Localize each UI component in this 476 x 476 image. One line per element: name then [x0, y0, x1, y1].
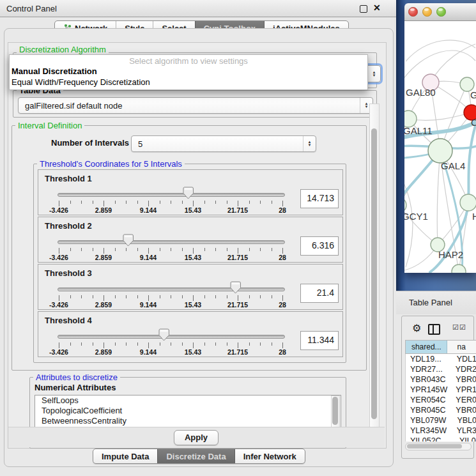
algorithm-option-manual-discretization[interactable]: Manual Discretization	[10, 66, 367, 77]
slider-tick	[282, 342, 283, 348]
pane-scrollbar-thumb[interactable]	[371, 128, 377, 419]
float-window-icon[interactable]	[360, 5, 367, 13]
table-hscrollbar-thumb[interactable]	[407, 444, 462, 449]
slider-tick-label: 9.144	[140, 254, 157, 261]
slider-tick	[215, 295, 216, 298]
threshold-slider-handle[interactable]	[158, 328, 169, 341]
table-row[interactable]: YIL052CYIL0	[406, 436, 476, 441]
close-icon[interactable]: ✕	[373, 3, 381, 13]
table-row[interactable]: YER054CYER0	[406, 395, 476, 405]
slider-tick	[160, 342, 160, 346]
threshold-slider-handle[interactable]	[183, 187, 194, 199]
apply-button[interactable]: Apply	[174, 430, 219, 445]
attributes-list-scrollbar[interactable]	[331, 395, 340, 427]
slider-tick	[171, 342, 171, 346]
slider-tick	[137, 342, 138, 346]
slider-tick	[227, 295, 227, 298]
slider-tick-label: 21.715	[227, 348, 248, 356]
slider-tick-label: 2.859	[95, 301, 112, 309]
zoom-traffic-light-icon[interactable]	[436, 7, 446, 17]
node-table: shared... na YDL19...YDL1YDR27...YDR2YBR…	[405, 340, 476, 441]
slider-tick-label: 9.144	[140, 301, 157, 309]
table-row[interactable]: YBR045CYBR0	[406, 405, 476, 415]
interval-definition-title: Interval Definition	[15, 121, 84, 130]
tab-label: Infer Network	[243, 452, 296, 461]
threshold-value-field[interactable]: 14.713	[300, 189, 339, 208]
pane-scrollbar[interactable]	[369, 104, 380, 427]
attributes-list-scrollbar-thumb[interactable]	[332, 397, 338, 425]
cell-shared-name: YDR27...	[406, 364, 451, 374]
table-row[interactable]: YPR145WYPR1	[406, 385, 476, 395]
threshold-slider-track[interactable]	[58, 288, 285, 291]
threshold-slider-handle[interactable]	[123, 234, 134, 247]
slider-tick	[93, 295, 93, 298]
slider-tick	[182, 201, 183, 204]
cell-name: YIL0	[455, 436, 476, 441]
slider-tick	[272, 201, 272, 204]
slider-tick	[260, 342, 261, 346]
tab-discretize-data[interactable]: Discretize Data	[157, 449, 234, 463]
slider-tick-label: -3.426	[49, 301, 68, 309]
numerical-attributes-label: Numerical Attributes	[32, 383, 118, 392]
attribute-list-item[interactable]: SelfLoops	[35, 395, 341, 406]
slider-tick	[115, 248, 116, 251]
control-panel-titlebar: Control Panel ✕	[0, 0, 397, 17]
attribute-list-item[interactable]: BetweennessCentrality	[35, 416, 341, 426]
table-row[interactable]: YBL079WYBL0	[406, 415, 476, 426]
threshold-slider-track[interactable]	[58, 240, 285, 244]
table-row[interactable]: YLR345WYLR3	[406, 426, 476, 436]
table-row[interactable]: YDR27...YDR2	[406, 364, 476, 374]
slider-tick	[81, 295, 82, 298]
cell-shared-name: YBR045C	[406, 405, 451, 415]
slider-tick-label: 15.43	[185, 254, 201, 261]
slider-tick-label: 28	[279, 301, 286, 309]
tab-infer-network[interactable]: Infer Network	[234, 449, 305, 463]
combo-down-icon: ▼	[365, 105, 369, 109]
threshold-slider-track[interactable]	[58, 335, 285, 339]
column-header-shared-name[interactable]: shared...	[405, 341, 447, 353]
table-row[interactable]: YBR043CYBR0	[406, 374, 476, 385]
slider-tick	[171, 201, 171, 204]
cell-name: YBL0	[452, 415, 476, 426]
node-label: GCY1	[404, 211, 428, 222]
num-intervals-combo[interactable]: 5 ▲ ▼	[131, 135, 316, 152]
select-columns-icon[interactable]: ☑☑	[452, 323, 466, 332]
attribute-list-item[interactable]: TopologicalCoefficient	[35, 406, 341, 416]
network-node[interactable]	[452, 265, 466, 273]
slider-tick	[272, 342, 272, 346]
tab-impute-data[interactable]: Impute Data	[93, 449, 157, 463]
table-data-combo[interactable]: galFiltered.sif default node ▲ ▼	[18, 97, 373, 114]
cell-shared-name: YER054C	[406, 395, 451, 405]
slider-tick	[204, 248, 205, 251]
slider-tick	[126, 201, 127, 204]
network-node-h[interactable]	[460, 194, 476, 211]
columns-icon[interactable]	[428, 324, 440, 335]
slider-tick-label: 2.859	[95, 206, 112, 214]
slider-tick	[104, 342, 104, 348]
network-node-gal4[interactable]	[428, 139, 452, 163]
slider-tick	[148, 201, 149, 206]
slider-tick-label: 15.43	[185, 206, 201, 214]
slider-tick	[171, 295, 171, 298]
threshold-value-field[interactable]: 11.344	[300, 331, 339, 350]
table-row[interactable]: YDL19...YDL1	[406, 354, 476, 364]
network-canvas[interactable]: GAL80GACGAL11GAL4GCY1HHAP2	[404, 21, 476, 273]
threshold-value-field[interactable]: 6.316	[300, 236, 339, 256]
slider-tick	[227, 342, 227, 346]
threshold-value-field[interactable]: 21.4	[300, 284, 339, 303]
algorithm-option-equal-width-frequency-discretization[interactable]: Equal Width/Frequency Discretization	[10, 77, 367, 88]
threshold-row-2: Threshold 2-3.4262.8599.14415.4321.71528…	[38, 217, 343, 263]
slider-tick	[160, 295, 160, 298]
gear-icon[interactable]: ⚙	[412, 322, 421, 334]
threshold-slider-handle[interactable]	[230, 281, 241, 294]
close-traffic-light-icon[interactable]	[408, 7, 418, 17]
threshold-slider-track[interactable]	[58, 193, 285, 197]
slider-tick	[193, 295, 194, 301]
table-hscrollbar[interactable]	[405, 443, 472, 450]
slider-tick	[238, 248, 238, 254]
window-title: Control Panel	[6, 4, 57, 13]
column-header-name[interactable]: na	[447, 341, 476, 353]
minimize-traffic-light-icon[interactable]	[422, 7, 432, 17]
slider-tick	[70, 295, 71, 298]
slider-tick	[182, 248, 183, 251]
